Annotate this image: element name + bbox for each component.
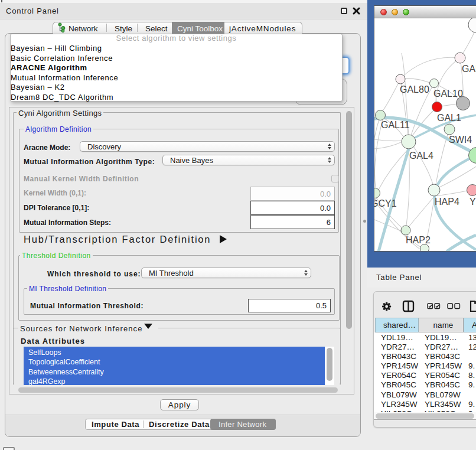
svg-text:SWI4: SWI4 bbox=[449, 135, 472, 145]
svg-text:GAL1: GAL1 bbox=[437, 113, 461, 123]
svg-text:GAL11: GAL11 bbox=[381, 120, 410, 130]
svg-text:GAL80: GAL80 bbox=[462, 64, 476, 74]
svg-text:GCY1: GCY1 bbox=[374, 198, 397, 208]
svg-text:HAP2: HAP2 bbox=[406, 235, 431, 245]
svg-text:GAL80: GAL80 bbox=[400, 84, 429, 94]
svg-text:HAP4: HAP4 bbox=[435, 197, 459, 207]
svg-text:GAL10: GAL10 bbox=[433, 89, 463, 99]
svg-text:GAL4: GAL4 bbox=[409, 151, 433, 161]
svg-text:Y: Y bbox=[470, 197, 476, 207]
